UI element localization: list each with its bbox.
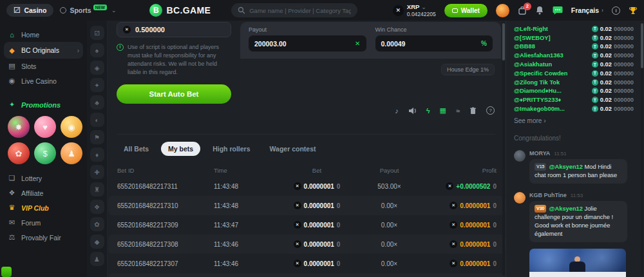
value: +0.0000502 xyxy=(456,183,490,190)
currency-selector[interactable]: ✕ XRP ⌄ 0.04242205 xyxy=(393,3,436,17)
scrollbar-thumb[interactable] xyxy=(641,23,643,68)
message-username[interactable]: KGB PuhTine xyxy=(529,192,567,198)
mention[interactable]: @Aksyen12 xyxy=(549,205,582,212)
chat-bet-row[interactable]: @Imakegob00m...T0.02000000 xyxy=(514,104,634,113)
sidebar-item-promotions[interactable]: ✦ Promotions xyxy=(0,97,87,112)
promo-gifts-icon[interactable]: ✿ xyxy=(8,142,30,164)
bet-amount-field[interactable]: ✕ 0.500000 xyxy=(117,22,231,37)
music-icon[interactable]: ♪ xyxy=(395,107,399,115)
sidebar-item-label: VIP Club xyxy=(21,204,49,212)
game-icon[interactable]: ✚ xyxy=(90,165,104,179)
sidebar-item-lottery[interactable]: ❏ Lottery xyxy=(0,171,87,186)
sidebar-item-vip-club[interactable]: ♛ VIP Club xyxy=(0,200,87,215)
tab-my-bets[interactable]: My bets xyxy=(161,142,200,156)
game-icon[interactable]: ♣ xyxy=(90,95,104,110)
game-icon[interactable]: ◈ xyxy=(90,61,104,75)
wallet-label: Wallet xyxy=(461,7,480,14)
turbo-icon[interactable]: ϟ xyxy=(426,107,430,115)
start-auto-bet-button[interactable]: Start Auto Bet xyxy=(117,84,231,104)
promo-character-icon[interactable]: ♟ xyxy=(61,142,82,164)
tab-wager-contest[interactable]: Wager contest xyxy=(263,142,323,156)
help-icon[interactable]: ? xyxy=(486,106,495,115)
tournament-button[interactable] xyxy=(629,6,638,15)
game-icon[interactable]: ⚂ xyxy=(90,26,104,40)
table-row[interactable]: 65520168482217308 11:43:46 ✕0.00000010 0… xyxy=(108,234,506,254)
sidebar-item-label: Forum xyxy=(21,219,41,227)
sidebar-item-affiliate[interactable]: ❖ Affiliate xyxy=(0,186,87,200)
chat-bet-row[interactable]: @Specific CowdenT0.02000000 xyxy=(514,69,634,78)
tab-high-rollers[interactable]: High rollers xyxy=(205,142,257,156)
sidebar-item-bc-originals[interactable]: ◆ BC Originals › xyxy=(4,42,83,59)
main-scrollbar[interactable] xyxy=(502,22,505,276)
promo-money-bag-icon[interactable]: $ xyxy=(34,142,56,164)
chat-bet-row[interactable]: @BB88T0.02000000 xyxy=(514,43,634,52)
sidebar-item-live-casino[interactable]: ◉ Live Casino xyxy=(0,73,87,88)
language-selector[interactable]: Français › xyxy=(571,6,603,14)
promo-piggy-icon[interactable]: ♥ xyxy=(34,116,56,138)
promo-spin-wheel-icon[interactable]: ✸ xyxy=(8,116,30,138)
hotkeys-grid-icon[interactable]: ▦ xyxy=(440,106,446,115)
chat-toggle-button[interactable] xyxy=(553,6,563,15)
chat-bet-row[interactable]: @♦PRITTYS233♦T0.02000000 xyxy=(514,95,634,104)
avatar[interactable] xyxy=(514,150,526,162)
value-dim: 0 xyxy=(493,202,497,209)
table-row[interactable]: 65520168482217309 11:43:47 ✕0.00000010 0… xyxy=(108,215,506,234)
chat-bet-row[interactable]: @Diamond♦Hu...T0.02000000 xyxy=(514,87,634,96)
value-dim: 000000 xyxy=(614,79,634,86)
casino-toggle-button[interactable]: ⚂ Casino xyxy=(6,4,53,17)
game-icon[interactable]: ♟ xyxy=(90,252,104,266)
bet-time: 11:43:46 xyxy=(214,241,275,248)
chat-bet-row[interactable]: @Left-RightT0.02000000 xyxy=(514,24,634,33)
search-bar[interactable] xyxy=(231,3,357,17)
search-input[interactable] xyxy=(249,7,351,14)
game-icon[interactable]: ◆ xyxy=(90,234,104,249)
game-icon[interactable]: ⚑ xyxy=(90,130,104,144)
game-icon[interactable]: ✦ xyxy=(90,78,104,92)
promo-coins-icon[interactable]: ◉ xyxy=(61,116,82,138)
scrollbar-thumb[interactable] xyxy=(502,23,505,61)
sound-icon[interactable] xyxy=(408,107,417,115)
game-icon[interactable]: ♦ xyxy=(90,148,104,162)
game-icon[interactable]: ◐ xyxy=(90,113,104,127)
support-chat-button[interactable] xyxy=(1,267,12,277)
message-username[interactable]: MORYA xyxy=(529,150,550,157)
sidebar-item-provably-fair[interactable]: ⚖ Provably Fair xyxy=(0,230,87,245)
bcgame-logo[interactable]: B BC.GAME xyxy=(149,4,211,17)
sidebar-item-slots[interactable]: ▤ Slots xyxy=(0,59,87,73)
chat-bet-row[interactable]: @Zilong Tik TokT0.02000000 xyxy=(514,78,634,87)
user-avatar[interactable] xyxy=(496,4,509,17)
table-row[interactable]: 65520168482217310 11:43:48 ✕0.00000010 0… xyxy=(108,196,506,215)
stats-wave-icon[interactable]: ≈ xyxy=(456,107,460,115)
language-label: Français xyxy=(571,6,599,14)
tab-all-bets[interactable]: All Bets xyxy=(117,142,156,156)
sports-toggle-button[interactable]: Sports NEW ⌄ xyxy=(60,6,116,14)
game-icon[interactable]: ❖ xyxy=(90,200,104,214)
vip-level-badge: V30 xyxy=(535,205,546,213)
see-more-link[interactable]: See more › xyxy=(506,113,644,124)
chat-image[interactable]: Let's screw it up 👍 xyxy=(529,249,626,277)
bet-parameters: Payout 200003.00 ✕ Win Chance 0.00049 % xyxy=(240,22,501,59)
promotions-icon: ✦ xyxy=(8,100,16,109)
mention[interactable]: @Aksyen12 xyxy=(549,164,582,170)
table-row[interactable]: 65520168482217306 11:43:45 ✕0.00000010 0… xyxy=(108,273,506,277)
chat-bet-row[interactable]: @AsiakhatunT0.02000000 xyxy=(514,60,634,69)
notifications-button[interactable] xyxy=(535,6,544,15)
trash-icon[interactable] xyxy=(469,107,477,115)
table-row[interactable]: 65520168482217311 11:43:48 ✕0.00000010 5… xyxy=(108,177,506,196)
chat-scrollbar[interactable] xyxy=(641,22,643,276)
chat-bet-row[interactable]: @Aliesfahan1363T0.02000000 xyxy=(514,51,634,60)
sidebar-item-forum[interactable]: ✉ Forum xyxy=(0,215,87,230)
game-icon[interactable]: ♜ xyxy=(90,182,104,196)
avatar[interactable] xyxy=(514,192,526,204)
info-icon[interactable]: i xyxy=(612,6,620,15)
chat-panel: @Left-RightT0.02000000 @[SWEBOY]T0.02000… xyxy=(506,21,644,277)
table-row[interactable]: 65520168482217307 11:43:46 ✕0.00000010 0… xyxy=(108,254,506,273)
chat-bet-row[interactable]: @[SWEBOY]T0.02000000 xyxy=(514,33,634,43)
sidebar-item-home[interactable]: ⌂ Home xyxy=(0,27,87,42)
payout-input[interactable]: 200003.00 ✕ xyxy=(249,35,366,52)
win-chance-input[interactable]: 0.00049 % xyxy=(375,35,493,52)
game-icon[interactable]: ✿ xyxy=(90,217,104,231)
game-icon[interactable]: ♠ xyxy=(90,43,104,57)
wallet-button[interactable]: Wallet xyxy=(444,4,488,17)
rewards-button[interactable]: 2 xyxy=(518,6,527,15)
